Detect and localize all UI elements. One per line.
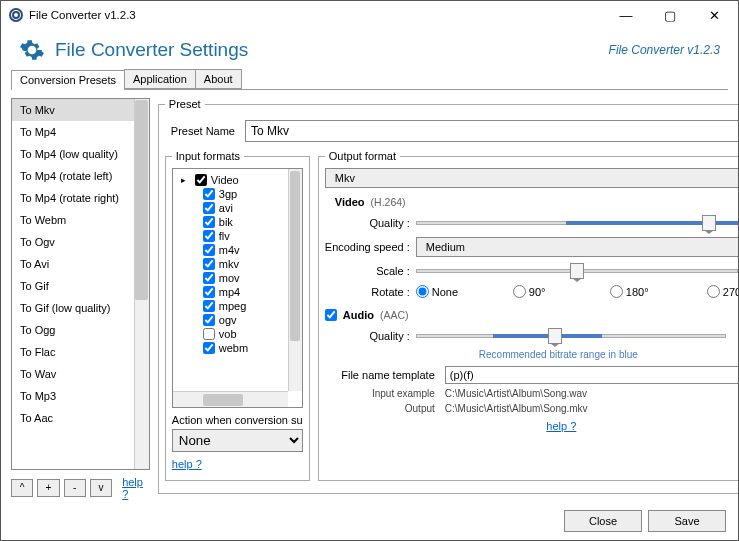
- minimize-button[interactable]: —: [604, 1, 648, 29]
- format-label: vob: [219, 328, 237, 340]
- format-checkbox[interactable]: [203, 188, 215, 200]
- tab-conversion-presets[interactable]: Conversion Presets: [11, 70, 125, 90]
- header: File Converter Settings File Converter v…: [1, 29, 738, 69]
- video-codec-label: (H.264): [371, 196, 406, 208]
- input-example-value: C:\Music\Artist\Album\Song.wav: [445, 388, 587, 399]
- tab-bar: Conversion Presets Application About: [11, 69, 728, 90]
- output-format-legend: Output format: [325, 150, 400, 162]
- output-help-link[interactable]: help ?: [546, 420, 576, 432]
- encoding-speed-select[interactable]: Medium: [416, 237, 738, 257]
- presets-help-link[interactable]: help ?: [122, 476, 150, 500]
- preset-item[interactable]: To Mp4: [12, 121, 149, 143]
- preset-item[interactable]: To Aac: [12, 407, 149, 429]
- output-example-value: C:\Music\Artist\Album\Song.mkv: [445, 403, 588, 414]
- preset-item[interactable]: To Mp4 (low quality): [12, 143, 149, 165]
- input-formats-fieldset: Input formats ▸Video 3gp avi bik flv m4v…: [165, 150, 310, 481]
- action-select[interactable]: None: [172, 429, 303, 452]
- rotate-label: Rotate :: [325, 286, 410, 298]
- format-label: mkv: [219, 258, 239, 270]
- audio-bitrate-value: 155 kbit/s: [732, 330, 738, 342]
- tree-vscrollbar[interactable]: [288, 169, 302, 391]
- app-icon: [9, 8, 23, 22]
- format-checkbox[interactable]: [203, 314, 215, 326]
- audio-section-label: Audio: [343, 309, 374, 321]
- preset-item[interactable]: To Mp4 (rotate right): [12, 187, 149, 209]
- add-preset-button[interactable]: +: [37, 479, 59, 497]
- preset-fieldset: Preset Preset Name Input formats ▸Video …: [158, 98, 738, 494]
- format-checkbox[interactable]: [203, 216, 215, 228]
- preset-item[interactable]: To Ogv: [12, 231, 149, 253]
- rotate-90-radio[interactable]: [513, 285, 526, 298]
- close-window-button[interactable]: ✕: [692, 1, 736, 29]
- format-label: webm: [219, 342, 248, 354]
- format-checkbox[interactable]: [203, 230, 215, 242]
- audio-quality-slider[interactable]: [416, 328, 726, 344]
- audio-quality-label: Quality :: [325, 330, 410, 342]
- window-title: File Converter v1.2.3: [29, 9, 136, 21]
- scale-label: Scale :: [325, 265, 410, 277]
- rotate-270-radio[interactable]: [707, 285, 720, 298]
- tab-about[interactable]: About: [195, 69, 242, 89]
- format-label: mpeg: [219, 300, 247, 312]
- audio-enable-checkbox[interactable]: [325, 309, 337, 321]
- format-checkbox[interactable]: [203, 342, 215, 354]
- output-format-select[interactable]: Mkv: [325, 168, 738, 188]
- video-section-label: Video: [335, 196, 365, 208]
- format-checkbox[interactable]: [203, 286, 215, 298]
- format-label: m4v: [219, 244, 240, 256]
- page-title: File Converter Settings: [55, 39, 248, 61]
- tree-caret-icon[interactable]: ▸: [181, 175, 191, 185]
- preset-item[interactable]: To Gif (low quality): [12, 297, 149, 319]
- action-label: Action when conversion su: [172, 414, 303, 426]
- move-up-button[interactable]: ^: [11, 479, 33, 497]
- format-label: mov: [219, 272, 240, 284]
- format-checkbox[interactable]: [203, 272, 215, 284]
- preset-item[interactable]: To Mp3: [12, 385, 149, 407]
- format-checkbox[interactable]: [203, 328, 215, 340]
- format-label: 3gp: [219, 188, 237, 200]
- format-checkbox[interactable]: [203, 300, 215, 312]
- preset-item[interactable]: To Avi: [12, 253, 149, 275]
- video-quality-label: Quality :: [325, 217, 410, 229]
- output-format-fieldset: Output format Mkv Video (H.264) Quality …: [318, 150, 738, 481]
- scale-slider[interactable]: [416, 263, 738, 279]
- preset-item[interactable]: To Webm: [12, 209, 149, 231]
- format-checkbox[interactable]: [203, 202, 215, 214]
- format-label: bik: [219, 216, 233, 228]
- tree-root-checkbox[interactable]: [195, 174, 207, 186]
- preset-item[interactable]: To Mkv: [12, 99, 149, 121]
- input-example-label: Input example: [325, 388, 435, 399]
- maximize-button[interactable]: ▢: [648, 1, 692, 29]
- close-button[interactable]: Close: [564, 510, 642, 532]
- preset-item[interactable]: To Mp4 (rotate left): [12, 165, 149, 187]
- preset-list[interactable]: To Mkv To Mp4 To Mp4 (low quality) To Mp…: [11, 98, 150, 470]
- bitrate-hint: Recommended bitrate range in blue: [325, 349, 738, 360]
- format-label: ogv: [219, 314, 237, 326]
- rotate-180-radio[interactable]: [610, 285, 623, 298]
- encoding-speed-label: Encoding speed :: [325, 241, 410, 253]
- move-down-button[interactable]: v: [90, 479, 112, 497]
- video-quality-slider[interactable]: [416, 215, 738, 231]
- preset-item[interactable]: To Gif: [12, 275, 149, 297]
- format-tree[interactable]: ▸Video 3gp avi bik flv m4v mkv mov mp4 m…: [172, 168, 303, 408]
- gear-icon: [19, 37, 45, 63]
- format-checkbox[interactable]: [203, 244, 215, 256]
- preset-name-input[interactable]: [245, 120, 738, 142]
- filename-template-label: File name template: [325, 369, 435, 381]
- version-label: File Converter v1.2.3: [609, 43, 720, 57]
- tab-application[interactable]: Application: [124, 69, 196, 89]
- input-formats-legend: Input formats: [172, 150, 244, 162]
- formats-help-link[interactable]: help ?: [172, 458, 303, 470]
- preset-item[interactable]: To Flac: [12, 341, 149, 363]
- preset-scrollbar[interactable]: [134, 99, 149, 469]
- filename-template-input[interactable]: [445, 366, 738, 384]
- format-checkbox[interactable]: [203, 258, 215, 270]
- preset-item[interactable]: To Wav: [12, 363, 149, 385]
- output-example-label: Output: [325, 403, 435, 414]
- save-button[interactable]: Save: [648, 510, 726, 532]
- preset-item[interactable]: To Ogg: [12, 319, 149, 341]
- tree-root-label: Video: [211, 174, 239, 186]
- tree-hscrollbar[interactable]: [173, 391, 288, 407]
- remove-preset-button[interactable]: -: [64, 479, 86, 497]
- rotate-none-radio[interactable]: [416, 285, 429, 298]
